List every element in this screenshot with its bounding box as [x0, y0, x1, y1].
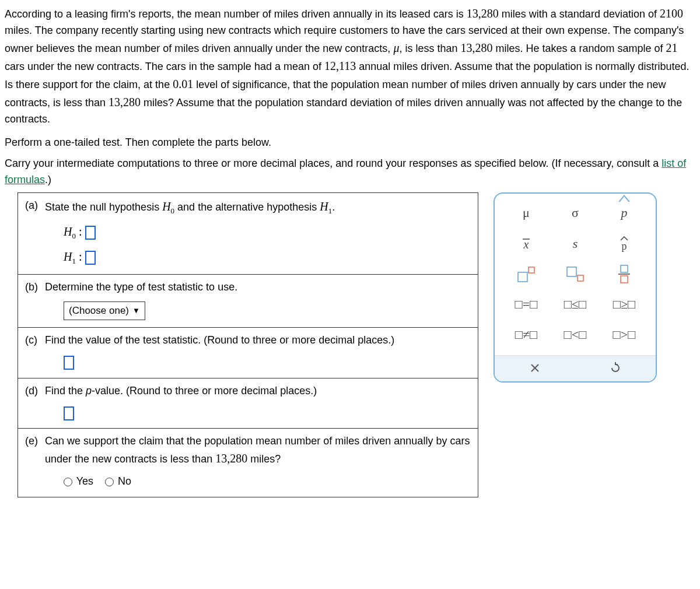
- part-c-text: Find the value of the test statistic. (R…: [45, 334, 394, 346]
- h0-answer-box[interactable]: [85, 226, 96, 240]
- palette-undo-button[interactable]: [575, 362, 656, 374]
- svg-rect-6: [578, 275, 583, 281]
- palette-xbar[interactable]: x: [502, 237, 551, 251]
- part-a-label: (a): [25, 198, 45, 214]
- svg-rect-4: [528, 267, 534, 273]
- svg-rect-9: [621, 276, 628, 283]
- svg-rect-5: [567, 267, 576, 276]
- palette-less-than[interactable]: □<□: [551, 325, 600, 345]
- part-b-label: (b): [25, 279, 45, 296]
- questions-panel: (a) State the null hypothesis H0 and the…: [18, 192, 478, 497]
- problem-statement: According to a leasing firm's reports, t…: [5, 5, 695, 128]
- svg-text:x: x: [523, 238, 529, 251]
- h1-answer-box[interactable]: [85, 251, 96, 265]
- fraction-icon: [617, 264, 631, 284]
- palette-less-equal[interactable]: □≤□: [551, 294, 600, 314]
- exponent-icon: [516, 265, 536, 283]
- palette-p[interactable]: p: [600, 203, 649, 223]
- palette-s[interactable]: s: [551, 234, 600, 254]
- part-c-label: (c): [25, 332, 45, 349]
- palette-subscript[interactable]: [551, 265, 600, 283]
- palette-equals[interactable]: □=□: [502, 294, 551, 314]
- palette-clear-button[interactable]: [495, 362, 575, 374]
- radio-yes-label: Yes: [76, 475, 93, 487]
- test-statistic-answer-box[interactable]: [64, 356, 74, 370]
- palette-greater-than[interactable]: □>□: [600, 325, 649, 345]
- part-b-text: Determine the type of test statistic to …: [45, 281, 237, 293]
- svg-text:p: p: [622, 240, 627, 252]
- palette-fraction[interactable]: [600, 264, 649, 284]
- xbar-icon: x: [519, 237, 533, 251]
- part-e: (e) Can we support the claim that the po…: [18, 429, 478, 497]
- part-c: (c) Find the value of the test statistic…: [18, 328, 478, 378]
- undo-icon: [609, 362, 622, 374]
- part-a: (a) State the null hypothesis H0 and the…: [18, 193, 478, 274]
- subscript-icon: [565, 265, 585, 283]
- chevron-down-icon: ▼: [132, 305, 140, 317]
- part-b: (b) Determine the type of test statistic…: [18, 275, 478, 328]
- palette-not-equal[interactable]: □≠□: [502, 325, 551, 345]
- instruction-one-tailed: Perform a one-tailed test. Then complete…: [5, 135, 695, 151]
- palette-greater-equal[interactable]: □≥□: [600, 294, 649, 314]
- symbol-palette: μ σ p x s p: [494, 192, 657, 382]
- svg-rect-3: [518, 272, 527, 282]
- part-d-label: (d): [25, 383, 45, 399]
- radio-no[interactable]: [105, 478, 114, 486]
- instruction-precision: Carry your intermediate computations to …: [5, 156, 695, 188]
- phat-icon: p: [617, 236, 631, 252]
- palette-mu[interactable]: μ: [502, 203, 551, 223]
- part-d: (d) Find the p-value. (Round to three or…: [18, 378, 478, 429]
- test-statistic-dropdown[interactable]: (Choose one) ▼: [64, 301, 145, 320]
- radio-yes[interactable]: [64, 478, 72, 486]
- palette-sigma[interactable]: σ: [551, 203, 600, 223]
- part-e-label: (e): [25, 433, 45, 450]
- palette-phat[interactable]: p: [600, 236, 649, 252]
- p-value-answer-box[interactable]: [64, 406, 74, 420]
- close-icon: [529, 362, 541, 374]
- svg-rect-7: [621, 265, 628, 272]
- palette-exponent[interactable]: [502, 265, 551, 283]
- radio-no-label: No: [118, 475, 131, 487]
